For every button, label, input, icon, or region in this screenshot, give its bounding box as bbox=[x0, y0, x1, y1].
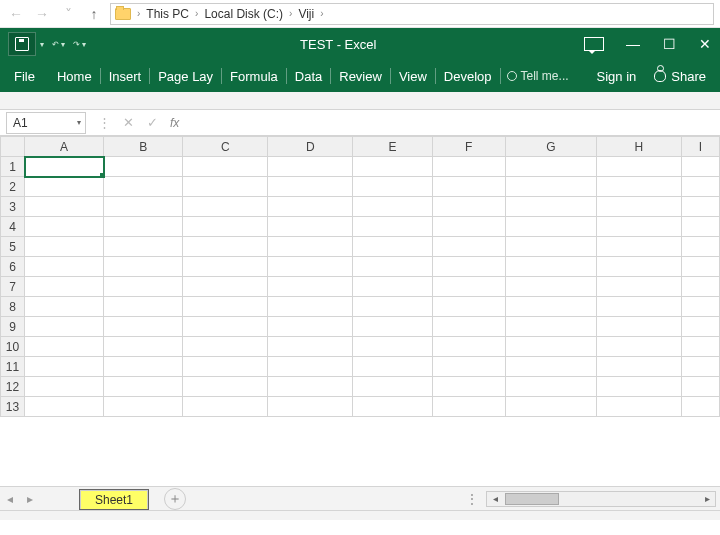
cell[interactable] bbox=[25, 157, 104, 177]
cell[interactable] bbox=[183, 317, 268, 337]
cell[interactable] bbox=[268, 297, 353, 317]
new-sheet-button[interactable]: ＋ bbox=[164, 488, 186, 510]
cell[interactable] bbox=[353, 357, 432, 377]
cell[interactable] bbox=[268, 357, 353, 377]
breadcrumb-item[interactable]: This PC bbox=[146, 7, 189, 21]
column-header[interactable]: D bbox=[268, 137, 353, 157]
cell[interactable] bbox=[681, 377, 719, 397]
row-header[interactable]: 10 bbox=[1, 337, 25, 357]
cell[interactable] bbox=[681, 397, 719, 417]
cell[interactable] bbox=[183, 177, 268, 197]
cell[interactable] bbox=[183, 397, 268, 417]
row-header[interactable]: 1 bbox=[1, 157, 25, 177]
cell[interactable] bbox=[596, 397, 681, 417]
tab-developer[interactable]: Develop bbox=[436, 65, 500, 88]
row-header[interactable]: 7 bbox=[1, 277, 25, 297]
formula-more-icon[interactable]: ⋮ bbox=[92, 112, 116, 134]
ribbon-display-icon[interactable] bbox=[584, 37, 604, 51]
cell[interactable] bbox=[268, 317, 353, 337]
cell[interactable] bbox=[505, 237, 596, 257]
breadcrumb[interactable]: › This PC › Local Disk (C:) › Viji › bbox=[110, 3, 714, 25]
cell[interactable] bbox=[353, 297, 432, 317]
cell[interactable] bbox=[268, 337, 353, 357]
cell[interactable] bbox=[104, 397, 183, 417]
cell[interactable] bbox=[505, 197, 596, 217]
row-header[interactable]: 2 bbox=[1, 177, 25, 197]
cell[interactable] bbox=[183, 277, 268, 297]
formula-input[interactable] bbox=[185, 112, 720, 134]
cell[interactable] bbox=[432, 397, 505, 417]
cell[interactable] bbox=[183, 297, 268, 317]
cell[interactable] bbox=[432, 277, 505, 297]
cell[interactable] bbox=[25, 217, 104, 237]
cell[interactable] bbox=[681, 157, 719, 177]
cell[interactable] bbox=[353, 397, 432, 417]
cell[interactable] bbox=[104, 317, 183, 337]
row-header[interactable]: 12 bbox=[1, 377, 25, 397]
cell[interactable] bbox=[353, 377, 432, 397]
cell[interactable] bbox=[681, 317, 719, 337]
tab-formulas[interactable]: Formula bbox=[222, 65, 286, 88]
cell[interactable] bbox=[25, 277, 104, 297]
row-header[interactable]: 5 bbox=[1, 237, 25, 257]
close-icon[interactable]: ✕ bbox=[698, 37, 712, 51]
cell[interactable] bbox=[681, 297, 719, 317]
cell[interactable] bbox=[505, 277, 596, 297]
tell-me-search[interactable]: Tell me... bbox=[501, 69, 575, 83]
cell[interactable] bbox=[432, 197, 505, 217]
enter-icon[interactable]: ✓ bbox=[140, 112, 164, 134]
cell[interactable] bbox=[104, 197, 183, 217]
cell[interactable] bbox=[25, 377, 104, 397]
cell[interactable] bbox=[104, 377, 183, 397]
sheet-nav-prev-icon[interactable]: ▸ bbox=[20, 492, 40, 506]
cell[interactable] bbox=[596, 337, 681, 357]
column-header[interactable]: H bbox=[596, 137, 681, 157]
cell[interactable] bbox=[25, 237, 104, 257]
cell[interactable] bbox=[268, 237, 353, 257]
scroll-right-icon[interactable]: ▸ bbox=[699, 493, 715, 504]
save-button[interactable] bbox=[8, 32, 36, 56]
cell[interactable] bbox=[681, 357, 719, 377]
nav-recent-icon[interactable]: ˅ bbox=[58, 4, 78, 24]
horizontal-scrollbar[interactable]: ◂ ▸ bbox=[486, 491, 716, 507]
cell[interactable] bbox=[183, 377, 268, 397]
cell[interactable] bbox=[353, 237, 432, 257]
cell[interactable] bbox=[432, 357, 505, 377]
cell[interactable] bbox=[432, 337, 505, 357]
scroll-left-icon[interactable]: ◂ bbox=[487, 493, 503, 504]
row-header[interactable]: 3 bbox=[1, 197, 25, 217]
nav-forward-icon[interactable]: → bbox=[32, 4, 52, 24]
cell[interactable] bbox=[353, 257, 432, 277]
column-header[interactable]: I bbox=[681, 137, 719, 157]
cell[interactable] bbox=[432, 377, 505, 397]
cell[interactable] bbox=[505, 157, 596, 177]
cell[interactable] bbox=[104, 277, 183, 297]
cell[interactable] bbox=[596, 277, 681, 297]
cell[interactable] bbox=[183, 257, 268, 277]
cell[interactable] bbox=[505, 377, 596, 397]
row-header[interactable]: 13 bbox=[1, 397, 25, 417]
column-header[interactable]: B bbox=[104, 137, 183, 157]
cell[interactable] bbox=[183, 237, 268, 257]
cell[interactable] bbox=[268, 217, 353, 237]
row-header[interactable]: 9 bbox=[1, 317, 25, 337]
qat-dropdown-icon[interactable]: ▾ bbox=[40, 40, 44, 49]
cell[interactable] bbox=[505, 217, 596, 237]
name-box[interactable]: A1 ▾ bbox=[6, 112, 86, 134]
cell[interactable] bbox=[104, 257, 183, 277]
cell[interactable] bbox=[596, 317, 681, 337]
tab-home[interactable]: Home bbox=[49, 65, 100, 88]
column-header[interactable]: A bbox=[25, 137, 104, 157]
cell[interactable] bbox=[25, 257, 104, 277]
column-header[interactable]: F bbox=[432, 137, 505, 157]
cell[interactable] bbox=[104, 217, 183, 237]
cell[interactable] bbox=[432, 237, 505, 257]
cell[interactable] bbox=[432, 297, 505, 317]
cell[interactable] bbox=[353, 157, 432, 177]
cell[interactable] bbox=[353, 177, 432, 197]
tab-view[interactable]: View bbox=[391, 65, 435, 88]
nav-back-icon[interactable]: ← bbox=[6, 4, 26, 24]
cell[interactable] bbox=[432, 157, 505, 177]
row-header[interactable]: 8 bbox=[1, 297, 25, 317]
cell[interactable] bbox=[25, 337, 104, 357]
